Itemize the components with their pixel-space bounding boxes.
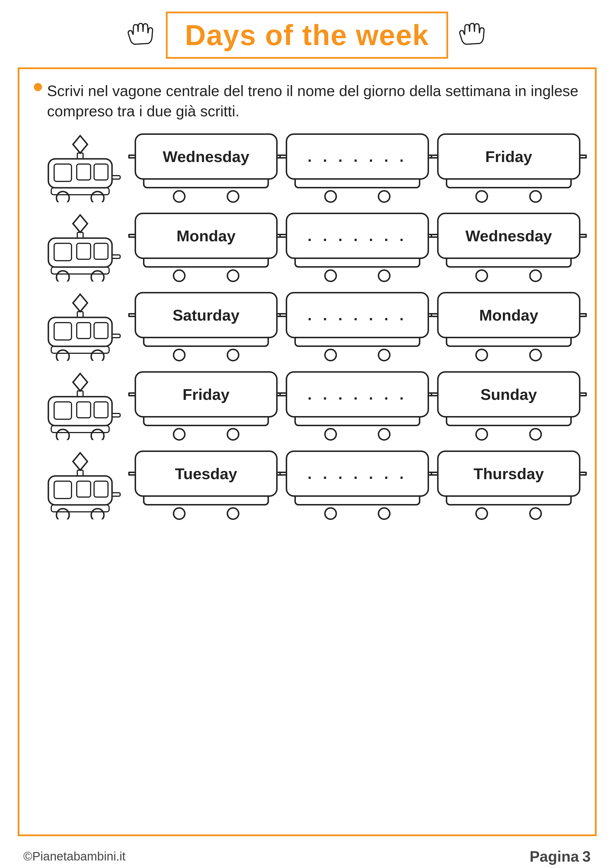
svg-marker-10 [73, 215, 87, 232]
wagon-left-1: Wednesday [135, 133, 278, 203]
svg-rect-2 [48, 159, 112, 188]
svg-rect-12 [48, 238, 112, 267]
train-rows: Wednesday . . . . . . . [34, 133, 580, 521]
wagon-middle-5[interactable]: . . . . . . . [286, 451, 429, 520]
svg-marker-20 [73, 294, 87, 312]
svg-rect-15 [94, 243, 108, 259]
svg-rect-23 [54, 322, 72, 340]
svg-rect-13 [54, 243, 72, 261]
svg-rect-34 [77, 402, 91, 418]
instruction: Scrivi nel vagone centrale del treno il … [34, 81, 580, 121]
tram-locomotive-1 [34, 133, 126, 203]
right-hand-icon [457, 17, 489, 53]
svg-rect-3 [54, 164, 72, 181]
svg-marker-30 [73, 374, 87, 391]
wagon-middle-3[interactable]: . . . . . . . [286, 292, 429, 361]
svg-point-7 [56, 192, 69, 202]
page-title: Days of the week [185, 19, 429, 51]
wagon-left-3: Saturday [135, 292, 278, 361]
wagon-right-4: Sunday [437, 371, 580, 441]
svg-point-47 [56, 508, 69, 519]
svg-rect-36 [51, 426, 109, 432]
svg-point-18 [91, 271, 104, 282]
svg-marker-40 [73, 453, 87, 470]
instruction-text: Scrivi nel vagone centrale del treno il … [47, 81, 580, 121]
brand-label: ©Pianetabambini.it [23, 849, 126, 863]
svg-rect-42 [48, 476, 112, 505]
svg-rect-25 [94, 322, 108, 338]
title-box: Days of the week [166, 12, 448, 59]
svg-rect-32 [48, 397, 112, 426]
left-hand-icon [125, 17, 157, 53]
svg-rect-43 [54, 481, 72, 499]
bullet-point [34, 83, 42, 91]
tram-locomotive-5 [34, 450, 126, 521]
svg-rect-14 [77, 243, 91, 259]
tram-locomotive-2 [34, 212, 126, 283]
tram-locomotive-4 [34, 370, 126, 441]
page: Days of the week Scrivi nel vagone centr… [18, 12, 597, 865]
svg-rect-24 [77, 322, 91, 338]
tram-locomotive-3 [34, 291, 126, 362]
svg-point-38 [91, 429, 104, 440]
svg-rect-44 [77, 481, 91, 497]
train-row-2: Monday . . . . . . . [34, 212, 580, 283]
wagon-middle-4[interactable]: . . . . . . . [286, 371, 429, 441]
svg-rect-39 [112, 414, 120, 417]
svg-rect-6 [51, 188, 109, 195]
svg-rect-33 [54, 402, 72, 419]
main-content: Scrivi nel vagone centrale del treno il … [18, 67, 597, 836]
footer: ©Pianetabambini.it Pagina 3 [18, 848, 597, 865]
svg-rect-26 [51, 346, 109, 353]
wagon-left-5: Tuesday [135, 451, 278, 520]
wagon-right-5: Thursday [437, 451, 580, 520]
svg-rect-16 [51, 267, 109, 274]
svg-point-48 [91, 508, 104, 519]
svg-rect-45 [94, 481, 108, 497]
svg-point-17 [56, 271, 69, 282]
svg-rect-19 [112, 255, 120, 258]
train-row-3: Saturday . . . . . . . [34, 291, 580, 362]
wagon-middle-1[interactable]: . . . . . . . [286, 133, 429, 203]
train-row-4: Friday . . . . . . . [34, 370, 580, 441]
svg-rect-9 [112, 176, 120, 179]
svg-point-27 [56, 350, 69, 361]
svg-point-37 [56, 429, 69, 440]
svg-point-28 [91, 350, 104, 361]
wagon-middle-2[interactable]: . . . . . . . [286, 213, 429, 282]
wagon-left-2: Monday [135, 213, 278, 282]
svg-rect-22 [48, 318, 112, 346]
svg-marker-0 [73, 136, 87, 153]
wagon-right-2: Wednesday [437, 213, 580, 282]
svg-rect-4 [77, 164, 91, 180]
svg-rect-35 [94, 402, 108, 418]
wagon-left-4: Friday [135, 371, 278, 441]
wagon-right-1: Friday [437, 133, 580, 203]
wagon-right-3: Monday [437, 292, 580, 361]
page-number: Pagina 3 [530, 848, 591, 865]
train-row-1: Wednesday . . . . . . . [34, 133, 580, 203]
svg-point-8 [91, 192, 104, 202]
svg-rect-29 [112, 334, 120, 338]
svg-rect-5 [94, 164, 108, 180]
train-row-5: Tuesday . . . . . . . [34, 450, 580, 521]
svg-rect-46 [51, 505, 109, 512]
svg-rect-49 [112, 493, 120, 496]
header: Days of the week [18, 12, 597, 59]
